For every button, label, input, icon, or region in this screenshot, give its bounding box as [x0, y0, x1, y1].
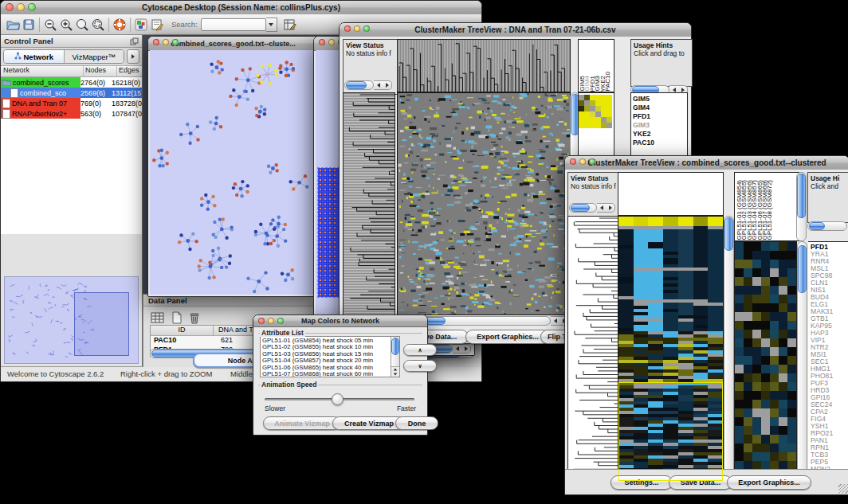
attribute-list[interactable]: GPL51-01 (GSM854) heat shock 05 minGPL51…: [260, 336, 400, 377]
toolbar-separator: [39, 18, 40, 32]
tv2-column-dendrogram[interactable]: [618, 172, 724, 216]
treeview1-titlebar[interactable]: ClusterMaker TreeView : DNA and Tran 07-…: [340, 23, 691, 37]
close-icon[interactable]: [344, 25, 351, 32]
tab-overflow-button[interactable]: [127, 49, 139, 64]
tv1-row-dendrogram[interactable]: [343, 92, 395, 315]
tv2-status-hscrollbar[interactable]: [569, 203, 615, 213]
tab-vizmapper[interactable]: VizMapper™: [65, 50, 124, 63]
search-dropdown-icon[interactable]: [266, 18, 277, 32]
document-icon: [2, 99, 10, 108]
tab-network[interactable]: Network: [4, 50, 65, 63]
zoom-window-icon[interactable]: [363, 25, 370, 32]
tv2-heatmap-vscrollbar[interactable]: [724, 216, 734, 483]
minimize-icon[interactable]: [268, 318, 274, 324]
network-row-rnapuber[interactable]: RNAPuberNov2+ 563(0) 107847(0): [1, 108, 142, 119]
close-icon[interactable]: [153, 39, 159, 45]
minimize-icon[interactable]: [354, 25, 360, 32]
network-row-combined-scores[interactable]: combined_scores 2764(0) 16218(0): [1, 77, 142, 88]
tv2-row-dendrogram[interactable]: [567, 216, 618, 483]
network-view-titlebar[interactable]: combined_scores_good.txt--cluste...: [148, 37, 318, 51]
data-panel-title: Data Panel: [148, 296, 187, 305]
birdseye-selection[interactable]: [74, 292, 129, 356]
tv2-column-labels[interactable]: GPL51-01 (GSM854)GPL51-02 (GSM855)GPL51-…: [734, 172, 799, 241]
treeview1-title: ClusterMaker TreeView : DNA and Tran 07-…: [414, 25, 615, 34]
delete-attribute-icon[interactable]: [186, 310, 202, 325]
zoom-in-icon[interactable]: [58, 17, 74, 32]
dialog-titlebar[interactable]: Map Colors to Network: [253, 315, 427, 327]
network-view-title: combined_scores_good.txt--cluste...: [171, 40, 296, 48]
zoom-selected-icon[interactable]: [90, 17, 106, 32]
tv2-usage-hints: Usage Hi Click and: [807, 172, 848, 223]
zoom-out-icon[interactable]: [42, 17, 58, 32]
tv1-similarity-matrix[interactable]: [579, 95, 612, 128]
tv1-status-hscrollbar[interactable]: [344, 80, 392, 90]
tv2-export-graphics-button[interactable]: Export Graphics...: [727, 475, 811, 490]
tv2-row-labels[interactable]: PFD1YRA1RNR4MSL1SPC98CLN1NIS1BUD4ELG1MAK…: [808, 241, 848, 481]
attribute-list-label: Attribute List: [260, 329, 305, 337]
tv1-column-labels[interactable]: GIM5GIM4PFD1GIM3YKE2PAC10: [578, 39, 614, 92]
window-controls: [6, 3, 36, 11]
tv1-heatmap[interactable]: [397, 92, 571, 315]
zoom-window-icon[interactable]: [172, 39, 179, 45]
tv1-column-dendrogram[interactable]: [397, 39, 571, 92]
speed-slider-thumb[interactable]: [332, 393, 344, 405]
open-file-icon[interactable]: [5, 17, 21, 32]
status-hint-middle: Middle-: [230, 369, 255, 378]
main-window-title: Cytoscape Desktop (Session Name: collins…: [142, 3, 340, 12]
resize-grip[interactable]: [838, 484, 848, 494]
tv2-labels-vscrollbar[interactable]: [796, 172, 807, 241]
treeview2-title: ClusterMaker TreeView : combined_scores_…: [587, 158, 826, 167]
control-panel-title: Control Panel: [4, 37, 53, 45]
network-table-header: Network Nodes Edges: [1, 66, 142, 77]
close-icon[interactable]: [6, 3, 14, 11]
control-panel: Control Panel Network VizMapper™: [1, 35, 143, 367]
toolbar-separator: [108, 18, 109, 32]
zoom-window-icon[interactable]: [28, 3, 36, 11]
animation-speed-label: Animation Speed: [260, 381, 318, 389]
minimize-icon[interactable]: [163, 39, 169, 45]
column-header-id[interactable]: ID: [151, 326, 214, 335]
main-titlebar[interactable]: Cytoscape Desktop (Session Name: collins…: [1, 1, 481, 15]
toolbar-separator: [130, 18, 131, 32]
attribute-list-vscrollbar[interactable]: [391, 337, 399, 377]
network-row-combined-sco-selected[interactable]: combined_sco 2569(6) 13112(15): [1, 88, 142, 98]
tv2-zoom-heatmap[interactable]: [734, 241, 797, 483]
birdseye-view[interactable]: [4, 276, 139, 364]
close-icon[interactable]: [258, 318, 265, 324]
move-down-button[interactable]: ∨: [403, 360, 437, 372]
save-icon[interactable]: [21, 17, 37, 32]
tv2-genelist-vscrollbar[interactable]: [797, 241, 807, 483]
help-icon[interactable]: [112, 17, 128, 32]
close-icon[interactable]: [319, 39, 325, 45]
close-icon[interactable]: [570, 158, 576, 165]
done-button[interactable]: Done: [395, 416, 438, 430]
new-attribute-icon[interactable]: [169, 310, 185, 325]
minimize-icon[interactable]: [17, 3, 25, 11]
slower-label: Slower: [265, 404, 285, 412]
minimize-icon[interactable]: [328, 39, 335, 45]
treeview2-titlebar[interactable]: ClusterMaker TreeView : combined_scores_…: [565, 156, 848, 170]
zoom-window-icon[interactable]: [589, 158, 595, 165]
move-up-button[interactable]: ∧: [403, 344, 437, 356]
search-input[interactable]: [201, 18, 266, 31]
tv2-hints-hscrollbar[interactable]: [807, 221, 847, 231]
network-canvas[interactable]: [150, 50, 316, 295]
minimize-icon[interactable]: [579, 158, 586, 165]
network-view-window: combined_scores_good.txt--cluste...: [147, 36, 319, 297]
tv2-heatmap[interactable]: [618, 216, 724, 483]
tv1-export-graphics-button[interactable]: Export Graphics...: [465, 330, 550, 344]
document-icon: [10, 88, 18, 98]
document-icon: [2, 109, 10, 119]
network-row-dna-tran[interactable]: DNA and Tran 07 769(0) 183728(0): [1, 98, 142, 108]
network-tab-icon: [14, 52, 22, 61]
faster-label: Faster: [397, 404, 416, 412]
zoom-fit-icon[interactable]: [74, 17, 90, 32]
advanced-search-icon[interactable]: [282, 17, 298, 32]
animate-vizmap-button[interactable]: Animate Vizmap: [263, 416, 341, 430]
float-panel-icon[interactable]: [130, 34, 139, 49]
table-mode-icon[interactable]: [150, 310, 166, 325]
annotation-icon[interactable]: [149, 17, 165, 32]
tv2-selection-rect: [618, 382, 723, 481]
zoom-window-icon[interactable]: [277, 318, 284, 324]
vizmap-icon[interactable]: [133, 17, 149, 32]
